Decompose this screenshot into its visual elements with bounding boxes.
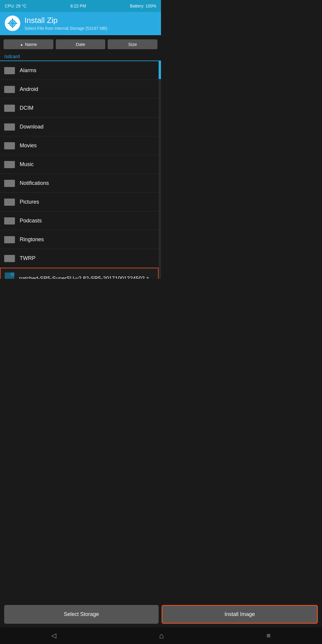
scrollbar[interactable]: [159, 61, 161, 279]
file-name: Pictures: [20, 199, 39, 205]
zip-file-icon: .ZIP: [5, 273, 14, 279]
path-bar: /sdcard: [0, 52, 161, 61]
file-name: Music: [20, 161, 34, 168]
folder-icon: [4, 140, 15, 151]
list-item[interactable]: Podcasts: [0, 211, 159, 230]
page-title: Install Zip: [24, 16, 107, 25]
list-item[interactable]: Download: [0, 117, 159, 136]
list-item[interactable]: Notifications: [0, 174, 159, 193]
list-item[interactable]: Pictures: [0, 193, 159, 211]
sort-date-label: Date: [76, 42, 85, 47]
file-name: Android: [20, 86, 38, 92]
folder-icon: [4, 234, 15, 244]
file-name: TWRP: [20, 255, 35, 261]
file-name: Download: [20, 124, 44, 130]
folder-icon: [4, 122, 15, 132]
time-status: 6:22 PM: [70, 4, 86, 8]
list-item[interactable]: DCIM: [0, 99, 159, 117]
list-item[interactable]: TWRP: [0, 249, 159, 268]
file-name: Notifications: [20, 180, 49, 186]
list-item[interactable]: Android: [0, 80, 159, 99]
app-icon: [5, 16, 20, 31]
header-text: Install Zip Select File from Internal St…: [24, 16, 107, 30]
sort-by-name-button[interactable]: ▲ Name: [4, 39, 53, 49]
sort-by-size-button[interactable]: Size: [108, 39, 157, 49]
file-name: Alarms: [20, 67, 36, 74]
sort-bar: ▲ Name Date Size: [0, 35, 161, 52]
folder-icon: [4, 84, 15, 94]
list-item[interactable]: Movies: [0, 136, 159, 155]
header: Install Zip Select File from Internal St…: [0, 12, 161, 35]
list-item[interactable]: Ringtones: [0, 230, 159, 249]
battery-status: Battery: 100%: [130, 4, 156, 8]
list-item[interactable]: Alarms: [0, 61, 159, 80]
folder-icon: [4, 197, 15, 207]
page-subtitle: Select File from Internal Storage (53197…: [24, 26, 107, 31]
sort-by-date-button[interactable]: Date: [56, 39, 106, 49]
file-name: Podcasts: [20, 218, 42, 224]
file-name: DCIM: [20, 105, 33, 111]
scrollbar-thumb[interactable]: [159, 61, 161, 79]
folder-icon: [4, 103, 15, 113]
file-list: Alarms Android DCIM Download: [0, 61, 161, 279]
cpu-status: CPU: 29 °C: [5, 4, 27, 8]
sort-arrow-icon: ▲: [20, 43, 23, 46]
sort-size-label: Size: [128, 42, 137, 47]
status-bar: CPU: 29 °C 6:22 PM Battery: 100%: [0, 0, 161, 12]
file-name: Ringtones: [20, 236, 44, 243]
folder-icon: [4, 178, 15, 188]
folder-icon: [4, 159, 15, 169]
file-list-container: Alarms Android DCIM Download: [0, 61, 161, 279]
folder-icon: [4, 65, 15, 75]
svg-rect-14: [11, 273, 14, 276]
sort-name-label: Name: [25, 42, 37, 47]
list-item[interactable]: Music: [0, 155, 159, 174]
list-item[interactable]: .ZIP patched-SR5-SuperSU-v2.82-SR5-20171…: [0, 268, 159, 279]
current-path: /sdcard: [4, 54, 20, 59]
folder-icon: [4, 216, 15, 226]
file-name: patched-SR5-SuperSU-v2.82-SR5-2017100122…: [19, 275, 149, 279]
file-name: Movies: [20, 143, 37, 149]
folder-icon: [4, 253, 15, 263]
